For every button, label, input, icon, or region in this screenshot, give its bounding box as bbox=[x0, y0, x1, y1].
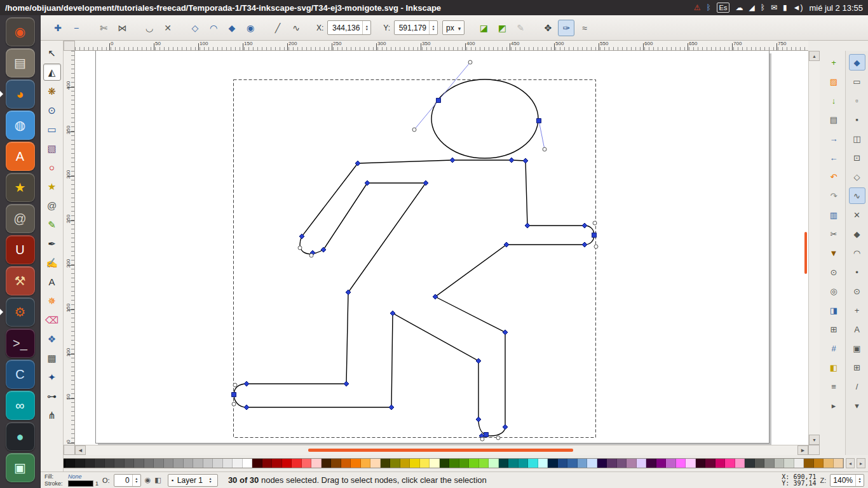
c-app[interactable]: C bbox=[6, 360, 35, 389]
snap-bbox-midpoint-button[interactable]: ◫ bbox=[849, 130, 865, 147]
color-swatch[interactable] bbox=[449, 459, 459, 468]
color-swatch[interactable] bbox=[361, 459, 371, 468]
color-swatch[interactable] bbox=[233, 459, 243, 468]
tool-text[interactable]: A bbox=[43, 273, 61, 290]
node-x-input[interactable]: 344,136 bbox=[327, 20, 371, 35]
snap-page-button[interactable]: ▣ bbox=[849, 340, 865, 356]
color-swatch[interactable] bbox=[499, 459, 509, 468]
tool-calligraphy[interactable]: ✍ bbox=[43, 254, 61, 271]
tool-bucket[interactable]: ❖ bbox=[43, 330, 61, 348]
color-swatch[interactable] bbox=[292, 459, 302, 468]
copy-button[interactable]: ▥ bbox=[825, 207, 842, 223]
fill-swatch[interactable]: None bbox=[68, 473, 82, 480]
redo-button[interactable]: ↷ bbox=[825, 187, 842, 204]
tool-selector[interactable]: ↖ bbox=[43, 44, 61, 62]
palette-scroll-left-icon[interactable]: ◂ bbox=[846, 458, 855, 468]
warning-icon[interactable]: ⚠ bbox=[694, 1, 701, 15]
color-swatch[interactable] bbox=[745, 459, 755, 468]
color-swatch[interactable] bbox=[686, 459, 696, 468]
toolbox-app[interactable]: ⚒ bbox=[6, 266, 35, 295]
color-swatch[interactable] bbox=[755, 459, 765, 468]
dark-app[interactable]: ● bbox=[6, 422, 35, 451]
align-button[interactable]: ≡ bbox=[825, 378, 842, 395]
color-swatch[interactable] bbox=[184, 459, 194, 468]
color-swatch[interactable] bbox=[164, 459, 174, 468]
snap-more-button[interactable]: ▾ bbox=[849, 397, 865, 414]
vertical-scrollbar[interactable] bbox=[808, 51, 820, 445]
u-app[interactable]: U bbox=[6, 235, 35, 264]
color-swatch[interactable] bbox=[479, 459, 489, 468]
canvas[interactable] bbox=[75, 51, 808, 445]
guides-button[interactable]: # bbox=[825, 340, 842, 356]
horizontal-ruler[interactable]: 0501001502002503003504004505005506006507… bbox=[75, 41, 808, 51]
undo-button[interactable]: ↶ bbox=[825, 168, 842, 185]
snap-smooth-button[interactable]: ◠ bbox=[849, 245, 865, 261]
color-swatch[interactable] bbox=[558, 459, 568, 468]
join-segment-button[interactable]: ◡ bbox=[141, 20, 158, 36]
spinner-arrows-icon[interactable] bbox=[429, 21, 437, 34]
snap-bbox-corner-button[interactable]: ▪ bbox=[849, 111, 865, 128]
terminal[interactable]: >_ bbox=[6, 329, 35, 358]
snap-guide-button[interactable]: / bbox=[849, 378, 865, 395]
color-swatch[interactable] bbox=[617, 459, 627, 468]
segment-line-button[interactable]: ╱ bbox=[269, 20, 286, 36]
new-document-button[interactable]: + bbox=[825, 54, 842, 71]
color-swatch[interactable] bbox=[134, 459, 144, 468]
color-swatch[interactable] bbox=[75, 459, 85, 468]
edit-mask-button[interactable]: ◩ bbox=[494, 20, 510, 36]
color-swatch[interactable] bbox=[105, 459, 115, 468]
color-swatch[interactable] bbox=[114, 459, 125, 468]
snap-grid-button[interactable]: ⊞ bbox=[849, 359, 865, 376]
color-swatch[interactable] bbox=[814, 459, 824, 468]
color-swatch[interactable] bbox=[519, 459, 529, 468]
software-center[interactable]: A bbox=[6, 142, 35, 171]
tool-tweak[interactable]: ❋ bbox=[43, 83, 61, 100]
color-swatch[interactable] bbox=[637, 459, 647, 468]
color-swatch[interactable] bbox=[587, 459, 597, 468]
color-swatch[interactable] bbox=[705, 459, 715, 468]
layer-lock-icon[interactable]: ◧ bbox=[154, 476, 161, 484]
color-swatch[interactable] bbox=[223, 459, 233, 468]
opacity-input[interactable]: 0 bbox=[114, 474, 141, 487]
transform-handles-button[interactable]: ✥ bbox=[539, 20, 556, 36]
color-swatch[interactable] bbox=[804, 459, 814, 468]
clock[interactable]: mié jul 2 13:55 bbox=[809, 3, 863, 13]
wifi-icon[interactable]: ◢ bbox=[749, 1, 754, 15]
snap-intersection-button[interactable]: ✕ bbox=[849, 207, 865, 223]
color-swatch[interactable] bbox=[430, 459, 440, 468]
color-swatch[interactable] bbox=[597, 459, 607, 468]
firefox[interactable]: ◕ bbox=[6, 79, 35, 109]
tool-3dbox[interactable]: ▧ bbox=[43, 140, 61, 157]
more-button[interactable]: ▸ bbox=[825, 397, 842, 414]
snap-nodes-button[interactable]: ◇ bbox=[849, 168, 865, 185]
auto-node-button[interactable]: ◉ bbox=[242, 20, 259, 36]
snap-bbox-center-button[interactable]: ⊡ bbox=[849, 149, 865, 166]
vertical-ruler[interactable]: 400350300250200150100500 bbox=[64, 51, 75, 445]
delete-segment-button[interactable]: ✕ bbox=[159, 20, 176, 36]
bluetooth-manager-icon[interactable]: ᛒ bbox=[706, 1, 710, 15]
tool-pencil[interactable]: ✎ bbox=[43, 216, 61, 233]
color-swatch[interactable] bbox=[173, 459, 184, 468]
color-swatch[interactable] bbox=[272, 459, 282, 468]
color-swatch[interactable] bbox=[775, 459, 785, 468]
color-swatch[interactable] bbox=[65, 459, 76, 468]
snap-bbox-edge-button[interactable]: ▫ bbox=[849, 92, 865, 109]
color-swatch[interactable] bbox=[95, 459, 105, 468]
lpe-param-button[interactable]: ✎ bbox=[512, 20, 529, 36]
spinner-arrows-icon[interactable] bbox=[132, 475, 140, 486]
figure-body-path[interactable] bbox=[234, 160, 594, 436]
tool-diagram[interactable]: ⋔ bbox=[43, 407, 61, 424]
color-swatch[interactable] bbox=[725, 459, 735, 468]
color-swatch[interactable] bbox=[370, 459, 381, 468]
color-swatch[interactable] bbox=[410, 459, 420, 468]
color-swatch[interactable] bbox=[735, 459, 745, 468]
cut-button[interactable]: ✂ bbox=[825, 226, 842, 242]
zoom-input[interactable]: 140% bbox=[830, 474, 864, 487]
cloud-icon[interactable]: ☁ bbox=[735, 1, 743, 15]
arduino[interactable]: ∞ bbox=[6, 391, 35, 420]
color-swatch[interactable] bbox=[824, 459, 834, 468]
snap-text-button[interactable]: A bbox=[849, 321, 865, 337]
color-swatch[interactable] bbox=[676, 459, 686, 468]
vertical-scrollbar-thumb[interactable] bbox=[804, 232, 807, 274]
color-swatch[interactable] bbox=[489, 459, 499, 468]
